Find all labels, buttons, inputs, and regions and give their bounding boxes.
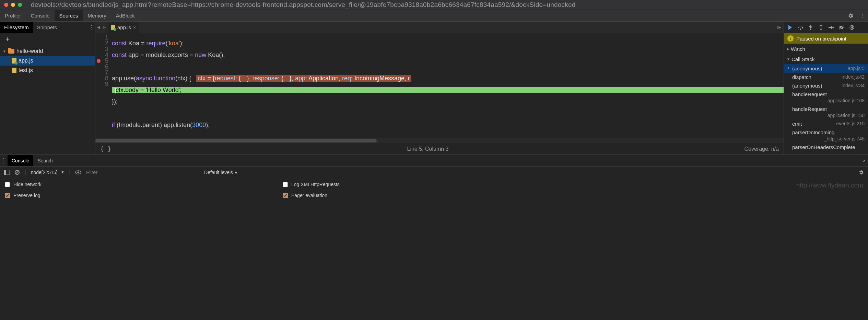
callstack-header[interactable]: ▼Call Stack [784, 54, 868, 64]
folder-icon [8, 49, 14, 54]
editor-body[interactable]: 1234 5 6789 const Koa = require('koa'); … [95, 33, 784, 138]
info-icon: i [787, 35, 794, 42]
step-button[interactable] [828, 24, 835, 31]
console-sidebar-button[interactable] [4, 170, 10, 175]
window-titlebar: devtools://devtools/bundled/js_app.html?… [0, 0, 868, 10]
editor-horizontal-scrollbar[interactable] [95, 138, 784, 143]
chevron-down-icon: ▼ [234, 171, 238, 175]
pause-exceptions-button[interactable] [848, 24, 855, 31]
svg-point-1 [810, 28, 811, 30]
breakpoint-icon[interactable] [97, 59, 101, 63]
step-over-button[interactable] [797, 24, 804, 31]
opt-log-xhr[interactable]: Log XMLHttpRequests [283, 182, 530, 187]
stack-frame[interactable]: ➔(anonymous)app.js:5 [784, 64, 868, 73]
file-icon [111, 25, 115, 30]
context-selector[interactable]: node[22515] ▼ [31, 170, 64, 175]
editor-tab-app[interactable]: app.js × [108, 22, 139, 33]
window-zoom-icon[interactable] [18, 3, 22, 7]
console-filter-input[interactable] [86, 169, 199, 175]
step-into-button[interactable] [807, 24, 814, 31]
nav-back-button[interactable]: ◀ [95, 22, 102, 33]
opt-eager-eval[interactable]: Eager evaluation [283, 193, 530, 198]
inline-debug-hint: ctx = {request: {…}, response: {…}, app:… [196, 75, 411, 82]
kebab-icon: ⋮ [860, 13, 865, 19]
drawer-close-button[interactable]: × [860, 155, 868, 166]
tab-drawer-console[interactable]: Console [8, 155, 33, 166]
list-icon: ▯▸ [777, 25, 781, 30]
svg-point-13 [78, 171, 79, 173]
main-tab-bar: Profiler Console Sources Memory AdBlock … [0, 10, 868, 21]
callstack-label: Call Stack [791, 56, 815, 62]
gear-icon [847, 13, 854, 19]
stack-frame[interactable]: dispatchindex.js:42 [784, 73, 868, 81]
chevron-down-icon: ▼ [3, 49, 6, 53]
navigator-tabs: Filesystem Snippets ⋮ [0, 22, 95, 33]
add-folder-row: ＋ [0, 33, 95, 45]
cursor-position: Line 5, Column 3 [112, 146, 744, 152]
live-expression-button[interactable] [75, 170, 81, 174]
pretty-print-button[interactable]: { } [100, 145, 112, 152]
folder-label: hello-world [16, 48, 43, 54]
play-icon [788, 25, 793, 30]
add-folder-button[interactable]: ＋ [4, 34, 11, 44]
svg-line-11 [16, 171, 19, 174]
svg-point-0 [800, 28, 801, 30]
gear-icon [858, 170, 864, 175]
opt-hide-network[interactable]: Hide network [5, 182, 252, 187]
eye-icon [75, 170, 81, 174]
drawer-more-button[interactable]: ⋮ [0, 155, 8, 166]
editor-status-bar: { } Line 5, Column 3 Coverage: n/a [95, 143, 784, 155]
tab-filesystem[interactable]: Filesystem [0, 22, 33, 33]
more-menu-button[interactable]: ⋮ [856, 10, 868, 21]
window-minimize-icon[interactable] [11, 3, 15, 7]
chevron-down-icon: ▼ [61, 170, 64, 174]
opt-preserve-log[interactable]: Preserve log [5, 193, 252, 198]
kebab-icon: ⋮ [1, 157, 7, 164]
breakpoint-toggle-icon [839, 25, 844, 30]
stack-frame[interactable]: handleRequestapplication.js:168 [784, 90, 868, 105]
tab-profiler[interactable]: Profiler [0, 10, 26, 21]
stack-frame[interactable]: emitevents.js:210 [784, 119, 868, 128]
console-settings-button[interactable] [858, 170, 864, 175]
editor-tab-label: app.js [117, 24, 131, 30]
gutter[interactable]: 1234 5 6789 [95, 33, 112, 138]
clear-console-button[interactable] [14, 170, 20, 175]
paused-banner: i Paused on breakpoint [784, 33, 868, 44]
svg-rect-6 [851, 26, 852, 28]
chevron-down-icon: ▼ [787, 57, 790, 61]
stack-frame[interactable]: parserOnIncoming_http_server.js:745 [784, 128, 868, 143]
close-tab-button[interactable]: × [133, 25, 136, 30]
debugger-panel: i Paused on breakpoint ▶Watch ▼Call Stac… [784, 22, 868, 155]
tab-adblock[interactable]: AdBlock [111, 10, 140, 21]
tree-file-test[interactable]: test.js [0, 66, 95, 75]
chevron-right-icon: ▶ [787, 47, 789, 51]
log-levels-selector[interactable]: Default levels ▼ [204, 170, 238, 175]
stack-frame[interactable]: (anonymous)index.js:34 [784, 81, 868, 90]
tree-file-app[interactable]: app.js [0, 56, 95, 66]
tab-memory[interactable]: Memory [83, 10, 111, 21]
settings-button[interactable] [845, 10, 856, 21]
step-out-button[interactable] [818, 24, 824, 31]
show-function-button[interactable]: ▯▸ [775, 22, 784, 33]
chevron-left-icon: ◀ [97, 25, 100, 30]
tab-console[interactable]: Console [26, 10, 55, 21]
svg-rect-9 [4, 170, 6, 175]
tab-drawer-search[interactable]: Search [33, 155, 57, 166]
stack-frame[interactable]: handleRequestapplication.js:150 [784, 105, 868, 119]
navigator-more-button[interactable]: ⋮ [87, 22, 95, 33]
code-area[interactable]: const Koa = require('koa'); const app = … [112, 33, 784, 138]
stack-frame[interactable]: parserOnHeadersComplete [784, 143, 868, 151]
window-close-icon[interactable] [4, 3, 8, 7]
tab-snippets[interactable]: Snippets [33, 22, 61, 33]
pause-icon [849, 25, 854, 30]
watch-section[interactable]: ▶Watch [784, 44, 868, 54]
nav-fwd-button[interactable]: ▶ [102, 22, 108, 33]
file-tree: ▼ hello-world app.js test.js [0, 45, 95, 155]
context-value: node[22515] [31, 170, 58, 175]
tab-sources[interactable]: Sources [55, 10, 83, 21]
resume-button[interactable] [787, 24, 794, 31]
close-icon: × [863, 158, 866, 163]
deactivate-bp-button[interactable] [838, 24, 845, 31]
tree-folder-hello-world[interactable]: ▼ hello-world [0, 46, 95, 56]
svg-point-2 [820, 28, 822, 30]
